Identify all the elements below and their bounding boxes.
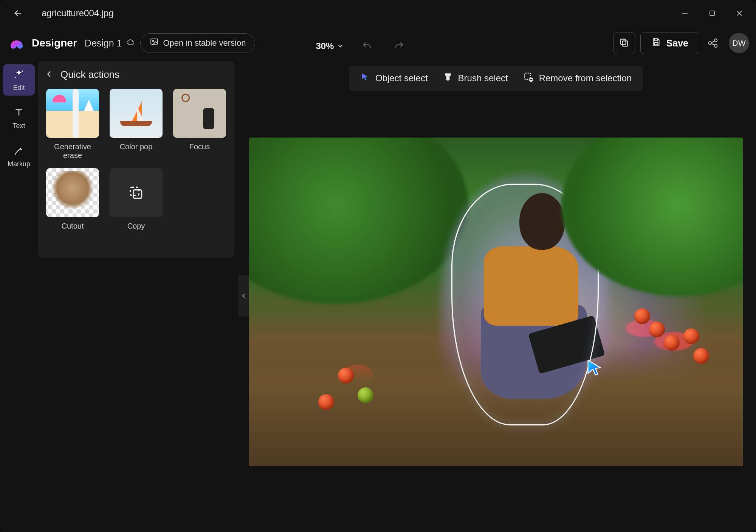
cloud-sync-icon <box>126 37 135 49</box>
qa-color-pop[interactable]: Color pop <box>108 89 164 160</box>
sparkle-icon <box>13 69 25 82</box>
cursor-icon <box>360 72 370 84</box>
object-select-label: Object select <box>375 73 428 84</box>
svg-rect-14 <box>133 190 142 198</box>
design-selector[interactable]: Design 1 <box>85 37 135 49</box>
svg-point-12 <box>22 71 23 72</box>
chevron-down-icon <box>337 41 344 51</box>
rail-item-edit[interactable]: Edit <box>3 64 35 96</box>
remove-from-selection-tool[interactable]: Remove from selection <box>523 72 632 85</box>
window-filename: agriculture004.jpg <box>42 8 114 19</box>
svg-point-5 <box>152 40 154 42</box>
svg-rect-6 <box>622 41 627 46</box>
panel-title: Quick actions <box>60 69 119 80</box>
qa-thumb-icon <box>110 89 163 138</box>
svg-rect-7 <box>620 39 626 44</box>
svg-rect-8 <box>654 42 658 45</box>
cursor-icon <box>585 358 604 377</box>
qa-focus[interactable]: Focus <box>172 89 228 160</box>
remove-selection-label: Remove from selection <box>539 73 632 84</box>
text-icon <box>13 107 25 120</box>
app-logo-icon <box>7 33 26 53</box>
design-label: Design 1 <box>85 38 122 49</box>
rail-item-markup[interactable]: Markup <box>3 141 35 172</box>
rail-label: Markup <box>8 160 30 168</box>
window-minimize-button[interactable] <box>671 3 699 24</box>
qa-label: Generative erase <box>45 142 101 160</box>
svg-point-10 <box>714 39 717 42</box>
copy-button[interactable] <box>613 32 635 54</box>
qa-label: Copy <box>127 222 145 230</box>
open-stable-button[interactable]: Open in stable version <box>140 33 256 53</box>
save-button[interactable]: Save <box>640 32 699 54</box>
qa-thumb-icon <box>173 89 226 138</box>
rail-item-text[interactable]: Text <box>3 102 35 134</box>
svg-rect-1 <box>710 11 714 15</box>
brush-select-tool[interactable]: Brush select <box>443 72 508 84</box>
qa-copy[interactable]: Copy <box>108 168 164 230</box>
titlebar: agriculture004.jpg <box>0 0 756 26</box>
brush-select-label: Brush select <box>458 73 508 84</box>
copy-icon <box>619 37 629 49</box>
window-close-button[interactable] <box>726 3 753 24</box>
qa-generative-erase[interactable]: Generative erase <box>45 89 101 160</box>
save-label: Save <box>666 38 688 49</box>
qa-label: Color pop <box>120 142 153 151</box>
brush-icon <box>443 72 453 84</box>
rail-label: Text <box>12 122 25 130</box>
zoom-value: 30% <box>316 41 334 51</box>
markup-icon <box>13 145 25 158</box>
image-icon <box>150 37 159 49</box>
qa-thumb-icon <box>46 89 99 138</box>
object-select-tool[interactable]: Object select <box>360 72 428 84</box>
svg-rect-18 <box>530 79 532 80</box>
rail-label: Edit <box>13 84 25 92</box>
qa-label: Focus <box>189 142 210 151</box>
left-rail: Edit Text Markup <box>0 60 38 532</box>
redo-button[interactable] <box>390 38 407 54</box>
panel-back-button[interactable] <box>45 70 54 80</box>
save-icon <box>651 37 661 49</box>
svg-point-13 <box>15 77 16 78</box>
selection-toolbar: Object select Brush select Remove from s… <box>349 66 643 91</box>
svg-point-11 <box>714 45 717 48</box>
qa-cutout[interactable]: Cutout <box>45 168 101 230</box>
back-button[interactable] <box>9 4 27 22</box>
zoom-dropdown[interactable]: 30% <box>316 41 344 51</box>
undo-button[interactable] <box>359 38 375 54</box>
svg-point-9 <box>709 42 712 45</box>
quick-actions-panel: Quick actions Generative erase Color pop… <box>38 61 234 258</box>
user-avatar[interactable]: DW <box>729 33 749 53</box>
qa-thumb-icon <box>110 168 163 217</box>
open-stable-label: Open in stable version <box>163 38 246 48</box>
share-button[interactable] <box>705 35 721 51</box>
qa-thumb-icon <box>46 168 99 217</box>
window-maximize-button[interactable] <box>699 3 726 24</box>
remove-selection-icon <box>523 72 534 85</box>
app-toolbar: Designer Design 1 Open in stable version… <box>0 26 756 60</box>
canvas-image[interactable] <box>249 138 743 466</box>
app-name: Designer <box>32 37 77 49</box>
svg-rect-15 <box>130 187 139 195</box>
selected-object <box>451 184 599 425</box>
qa-label: Cutout <box>62 222 84 230</box>
